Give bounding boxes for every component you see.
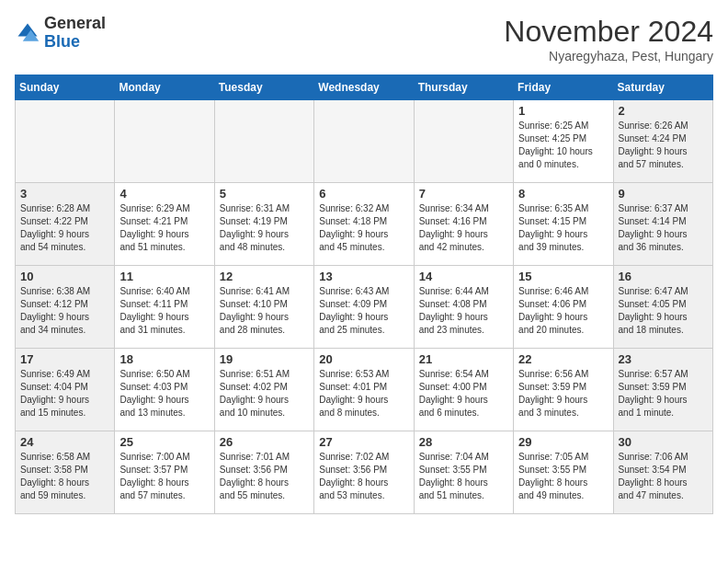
day-info: Sunrise: 6:25 AM Sunset: 4:25 PM Dayligh… [518, 120, 608, 171]
day-number: 15 [518, 270, 608, 283]
weekday-header: Sunday [16, 75, 115, 100]
calendar-cell: 18Sunrise: 6:50 AM Sunset: 4:03 PM Dayli… [115, 349, 214, 431]
calendar-cell [115, 100, 214, 183]
day-info: Sunrise: 7:06 AM Sunset: 3:54 PM Dayligh… [619, 451, 708, 502]
calendar-cell: 25Sunrise: 7:00 AM Sunset: 3:57 PM Dayli… [115, 431, 214, 514]
day-info: Sunrise: 6:35 AM Sunset: 4:15 PM Dayligh… [518, 202, 608, 254]
day-info: Sunrise: 6:51 AM Sunset: 4:02 PM Dayligh… [220, 368, 309, 419]
day-info: Sunrise: 6:29 AM Sunset: 4:21 PM Dayligh… [119, 202, 209, 254]
day-info: Sunrise: 6:50 AM Sunset: 4:03 PM Dayligh… [119, 368, 209, 419]
day-number: 20 [319, 352, 408, 366]
day-info: Sunrise: 6:47 AM Sunset: 4:05 PM Dayligh… [619, 285, 708, 337]
location-subtitle: Nyaregyhaza, Pest, Hungary [504, 49, 713, 63]
day-number: 25 [119, 435, 209, 449]
month-title: November 2024 [504, 15, 713, 49]
day-number: 5 [220, 187, 309, 201]
day-number: 26 [220, 435, 309, 449]
day-info: Sunrise: 6:49 AM Sunset: 4:04 PM Dayligh… [20, 368, 109, 419]
day-number: 3 [20, 187, 109, 201]
logo: General Blue [15, 15, 106, 52]
day-number: 22 [518, 352, 608, 366]
calendar-cell: 1Sunrise: 6:25 AM Sunset: 4:25 PM Daylig… [514, 100, 613, 183]
day-number: 30 [619, 435, 708, 449]
calendar-cell: 6Sunrise: 6:32 AM Sunset: 4:18 PM Daylig… [314, 183, 414, 266]
title-block: November 2024 Nyaregyhaza, Pest, Hungary [504, 15, 713, 63]
weekday-header: Wednesday [314, 75, 414, 100]
calendar-cell: 23Sunrise: 6:57 AM Sunset: 3:59 PM Dayli… [613, 349, 712, 431]
day-number: 18 [119, 352, 209, 366]
day-number: 13 [319, 270, 408, 283]
calendar-cell: 21Sunrise: 6:54 AM Sunset: 4:00 PM Dayli… [414, 349, 513, 431]
day-info: Sunrise: 6:43 AM Sunset: 4:09 PM Dayligh… [319, 285, 408, 337]
calendar-cell [214, 100, 313, 183]
day-number: 12 [220, 270, 309, 283]
calendar-cell: 14Sunrise: 6:44 AM Sunset: 4:08 PM Dayli… [414, 266, 513, 349]
calendar-cell: 11Sunrise: 6:40 AM Sunset: 4:11 PM Dayli… [115, 266, 214, 349]
day-number: 28 [419, 435, 508, 449]
calendar-cell: 5Sunrise: 6:31 AM Sunset: 4:19 PM Daylig… [214, 183, 313, 266]
weekday-header: Thursday [414, 75, 513, 100]
day-info: Sunrise: 6:56 AM Sunset: 3:59 PM Dayligh… [518, 368, 608, 419]
day-number: 24 [20, 435, 109, 449]
logo-blue-text: Blue [44, 32, 80, 51]
day-number: 27 [319, 435, 408, 449]
day-info: Sunrise: 7:05 AM Sunset: 3:55 PM Dayligh… [518, 451, 608, 502]
day-info: Sunrise: 6:44 AM Sunset: 4:08 PM Dayligh… [419, 285, 508, 337]
day-info: Sunrise: 6:34 AM Sunset: 4:16 PM Dayligh… [419, 202, 508, 254]
weekday-header: Saturday [613, 75, 712, 100]
calendar-cell: 8Sunrise: 6:35 AM Sunset: 4:15 PM Daylig… [514, 183, 613, 266]
day-number: 16 [619, 270, 708, 283]
day-info: Sunrise: 6:37 AM Sunset: 4:14 PM Dayligh… [619, 202, 708, 254]
day-number: 1 [518, 104, 608, 118]
day-info: Sunrise: 6:31 AM Sunset: 4:19 PM Dayligh… [220, 202, 309, 254]
day-number: 2 [619, 104, 708, 118]
day-number: 7 [419, 187, 508, 201]
calendar-cell: 3Sunrise: 6:28 AM Sunset: 4:22 PM Daylig… [16, 183, 115, 266]
calendar-cell: 4Sunrise: 6:29 AM Sunset: 4:21 PM Daylig… [115, 183, 214, 266]
day-info: Sunrise: 6:53 AM Sunset: 4:01 PM Dayligh… [319, 368, 408, 419]
day-number: 14 [419, 270, 508, 283]
day-info: Sunrise: 6:32 AM Sunset: 4:18 PM Dayligh… [319, 202, 408, 254]
day-number: 10 [20, 270, 109, 283]
calendar-cell: 2Sunrise: 6:26 AM Sunset: 4:24 PM Daylig… [613, 100, 712, 183]
page-header: General Blue November 2024 Nyaregyhaza, … [15, 15, 713, 63]
calendar-cell: 24Sunrise: 6:58 AM Sunset: 3:58 PM Dayli… [16, 431, 115, 514]
calendar-cell: 17Sunrise: 6:49 AM Sunset: 4:04 PM Dayli… [16, 349, 115, 431]
calendar-cell: 10Sunrise: 6:38 AM Sunset: 4:12 PM Dayli… [16, 266, 115, 349]
day-number: 23 [619, 352, 708, 366]
calendar-cell: 19Sunrise: 6:51 AM Sunset: 4:02 PM Dayli… [214, 349, 313, 431]
day-info: Sunrise: 6:54 AM Sunset: 4:00 PM Dayligh… [419, 368, 508, 419]
day-info: Sunrise: 6:57 AM Sunset: 3:59 PM Dayligh… [619, 368, 708, 419]
calendar-cell: 26Sunrise: 7:01 AM Sunset: 3:56 PM Dayli… [214, 431, 313, 514]
day-info: Sunrise: 6:40 AM Sunset: 4:11 PM Dayligh… [119, 285, 209, 337]
day-info: Sunrise: 7:04 AM Sunset: 3:55 PM Dayligh… [419, 451, 508, 502]
calendar-cell: 27Sunrise: 7:02 AM Sunset: 3:56 PM Dayli… [314, 431, 414, 514]
day-number: 8 [518, 187, 608, 201]
day-info: Sunrise: 6:38 AM Sunset: 4:12 PM Dayligh… [20, 285, 109, 337]
calendar-table: SundayMondayTuesdayWednesdayThursdayFrid… [15, 75, 713, 514]
logo-general-text: General [44, 14, 106, 32]
calendar-cell: 15Sunrise: 6:46 AM Sunset: 4:06 PM Dayli… [514, 266, 613, 349]
day-info: Sunrise: 6:46 AM Sunset: 4:06 PM Dayligh… [518, 285, 608, 337]
day-info: Sunrise: 7:01 AM Sunset: 3:56 PM Dayligh… [220, 451, 309, 502]
calendar-cell [314, 100, 414, 183]
day-info: Sunrise: 7:00 AM Sunset: 3:57 PM Dayligh… [119, 451, 209, 502]
day-number: 17 [20, 352, 109, 366]
calendar-cell: 30Sunrise: 7:06 AM Sunset: 3:54 PM Dayli… [613, 431, 712, 514]
calendar-cell: 28Sunrise: 7:04 AM Sunset: 3:55 PM Dayli… [414, 431, 513, 514]
logo-icon [15, 20, 40, 46]
day-number: 9 [619, 187, 708, 201]
day-number: 19 [220, 352, 309, 366]
calendar-cell: 9Sunrise: 6:37 AM Sunset: 4:14 PM Daylig… [613, 183, 712, 266]
calendar-cell: 13Sunrise: 6:43 AM Sunset: 4:09 PM Dayli… [314, 266, 414, 349]
calendar-cell: 20Sunrise: 6:53 AM Sunset: 4:01 PM Dayli… [314, 349, 414, 431]
weekday-header: Tuesday [214, 75, 313, 100]
day-number: 11 [119, 270, 209, 283]
calendar-cell: 7Sunrise: 6:34 AM Sunset: 4:16 PM Daylig… [414, 183, 513, 266]
weekday-header: Friday [514, 75, 613, 100]
day-info: Sunrise: 7:02 AM Sunset: 3:56 PM Dayligh… [319, 451, 408, 502]
calendar-cell: 29Sunrise: 7:05 AM Sunset: 3:55 PM Dayli… [514, 431, 613, 514]
calendar-cell [16, 100, 115, 183]
day-info: Sunrise: 6:26 AM Sunset: 4:24 PM Dayligh… [619, 120, 708, 171]
day-info: Sunrise: 6:41 AM Sunset: 4:10 PM Dayligh… [220, 285, 309, 337]
